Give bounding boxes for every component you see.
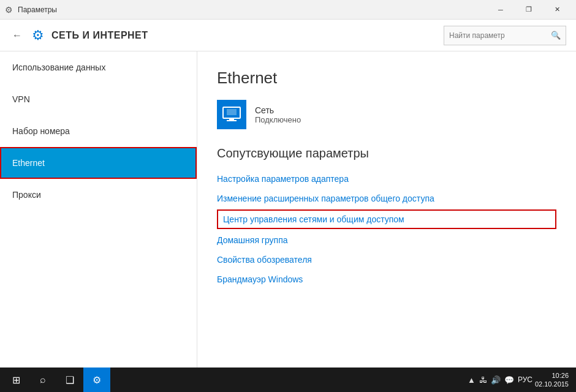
main-content: Использование данных VPN Набор номера Et… <box>0 51 576 368</box>
network-info: Сеть Подключено <box>255 105 301 124</box>
sidebar-item-dialup[interactable]: Набор номера <box>0 115 197 147</box>
taskbar-search-button[interactable]: ⌕ <box>29 368 56 392</box>
sidebar-item-ethernet[interactable]: Ethernet <box>0 147 197 179</box>
volume-tray-icon[interactable]: 🔊 <box>491 375 501 385</box>
link-browser-properties[interactable]: Свойства обозревателя <box>217 251 556 268</box>
link-firewall[interactable]: Брандмауэр Windows <box>217 271 556 288</box>
search-box[interactable]: 🔍 <box>444 26 566 45</box>
link-adapter-settings[interactable]: Настройка параметров адаптера <box>217 170 556 187</box>
app-header: ← ⚙ СЕТЬ И ИНТЕРНЕТ 🔍 <box>0 20 576 51</box>
content-title: Ethernet <box>217 69 556 88</box>
sidebar-item-label: Ethernet <box>12 158 45 168</box>
link-network-center[interactable]: Центр управления сетями и общим доступом <box>217 209 556 229</box>
sidebar-item-label: VPN <box>12 94 30 104</box>
header-gear-icon: ⚙ <box>32 28 44 43</box>
sidebar-item-label: Набор номера <box>12 126 70 136</box>
network-icon <box>217 100 246 129</box>
title-bar-title: Параметры <box>18 6 57 14</box>
settings-taskbar-icon: ⚙ <box>93 374 101 386</box>
system-tray: ▲ 🖧 🔊 💬 РУС <box>468 375 532 385</box>
notification-tray-icon[interactable]: 💬 <box>504 375 514 385</box>
search-icon: 🔍 <box>551 31 561 40</box>
sidebar-item-label: Использование данных <box>12 62 105 72</box>
title-bar: ⚙ Параметры ─ ❐ ✕ <box>0 0 576 20</box>
clock-time: 10:26 <box>535 371 569 380</box>
start-icon: ⊞ <box>12 374 20 386</box>
taskbar-search-icon: ⌕ <box>40 374 46 385</box>
sidebar-item-vpn[interactable]: VPN <box>0 83 197 115</box>
sidebar-item-label: Прокси <box>12 190 41 200</box>
start-button[interactable]: ⊞ <box>2 368 29 392</box>
settings-app-icon: ⚙ <box>5 5 13 15</box>
svg-rect-3 <box>227 120 237 121</box>
close-button[interactable]: ✕ <box>543 0 571 20</box>
link-homegroup[interactable]: Домашняя группа <box>217 232 556 249</box>
sidebar-item-proxy[interactable]: Прокси <box>0 179 197 211</box>
network-name: Сеть <box>255 105 301 115</box>
content-panel: Ethernet Сеть Подключено Сопутсвующие па… <box>197 51 576 368</box>
sidebar-item-data-usage[interactable]: Использование данных <box>0 51 197 83</box>
svg-rect-1 <box>227 109 237 115</box>
taskbar-left: ⊞ ⌕ ❑ ⚙ <box>2 368 468 392</box>
tray-arrow-icon[interactable]: ▲ <box>468 375 476 385</box>
back-button[interactable]: ← <box>10 28 25 43</box>
network-tray-icon[interactable]: 🖧 <box>479 375 487 385</box>
svg-rect-2 <box>229 118 234 120</box>
network-status: Подключено <box>255 115 301 124</box>
taskbar: ⊞ ⌕ ❑ ⚙ ▲ 🖧 🔊 💬 РУС 10:26 02.10.2015 <box>0 368 576 392</box>
title-bar-left: ⚙ Параметры <box>5 5 487 15</box>
header-title: СЕТЬ И ИНТЕРНЕТ <box>51 30 148 41</box>
network-item: Сеть Подключено <box>217 100 556 129</box>
section-title: Сопутсвующие параметры <box>217 146 556 160</box>
clock-date: 02.10.2015 <box>535 380 569 388</box>
maximize-button[interactable]: ❐ <box>515 0 543 20</box>
task-view-icon: ❑ <box>66 374 74 386</box>
language-label: РУС <box>518 375 532 384</box>
taskbar-right: ▲ 🖧 🔊 💬 РУС 10:26 02.10.2015 <box>468 371 574 389</box>
title-bar-controls: ─ ❐ ✕ <box>487 0 571 20</box>
sidebar: Использование данных VPN Набор номера Et… <box>0 51 197 368</box>
task-view-button[interactable]: ❑ <box>56 368 83 392</box>
taskbar-clock: 10:26 02.10.2015 <box>535 371 569 389</box>
search-input[interactable] <box>449 31 551 40</box>
link-list: Настройка параметров адаптера Изменение … <box>217 170 556 288</box>
settings-taskbar-button[interactable]: ⚙ <box>83 368 110 392</box>
header-left: ← ⚙ СЕТЬ И ИНТЕРНЕТ <box>10 28 444 43</box>
minimize-button[interactable]: ─ <box>487 0 515 20</box>
link-sharing-settings[interactable]: Изменение расширенных параметров общего … <box>217 190 556 207</box>
